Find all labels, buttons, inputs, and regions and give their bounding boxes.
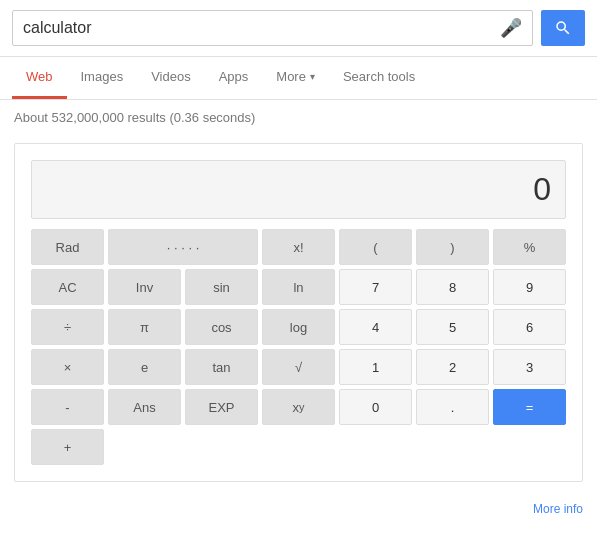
btn-pi[interactable]: π <box>108 309 181 345</box>
btn-equals[interactable]: = <box>493 389 566 425</box>
btn-1[interactable]: 1 <box>339 349 412 385</box>
btn-0[interactable]: 0 <box>339 389 412 425</box>
btn-factorial[interactable]: x! <box>262 229 335 265</box>
tab-videos[interactable]: Videos <box>137 57 205 99</box>
btn-power[interactable]: xy <box>262 389 335 425</box>
mic-icon[interactable]: 🎤 <box>500 17 522 39</box>
btn-inv[interactable]: Inv <box>108 269 181 305</box>
btn-2[interactable]: 2 <box>416 349 489 385</box>
tab-web[interactable]: Web <box>12 57 67 99</box>
btn-divide[interactable]: ÷ <box>31 309 104 345</box>
btn-4[interactable]: 4 <box>339 309 412 345</box>
btn-5[interactable]: 5 <box>416 309 489 345</box>
btn-7[interactable]: 7 <box>339 269 412 305</box>
search-button[interactable] <box>541 10 585 46</box>
btn-exp[interactable]: EXP <box>185 389 258 425</box>
btn-percent[interactable]: % <box>493 229 566 265</box>
calc-display-value: 0 <box>533 171 551 208</box>
btn-ac[interactable]: AC <box>31 269 104 305</box>
results-count: About 532,000,000 results (0.36 seconds) <box>14 110 255 125</box>
nav-tabs: Web Images Videos Apps More ▾ Search too… <box>0 57 597 100</box>
btn-cos[interactable]: cos <box>185 309 258 345</box>
results-info: About 532,000,000 results (0.36 seconds) <box>0 100 597 135</box>
btn-open-paren[interactable]: ( <box>339 229 412 265</box>
btn-history[interactable]: · · · · · <box>108 229 258 265</box>
btn-ln[interactable]: ln <box>262 269 335 305</box>
btn-ans[interactable]: Ans <box>108 389 181 425</box>
more-dropdown-arrow: ▾ <box>310 71 315 82</box>
tab-images[interactable]: Images <box>67 57 138 99</box>
btn-multiply[interactable]: × <box>31 349 104 385</box>
calc-display: 0 <box>31 160 566 219</box>
search-input[interactable] <box>23 19 492 37</box>
btn-3[interactable]: 3 <box>493 349 566 385</box>
btn-rad[interactable]: Rad <box>31 229 104 265</box>
btn-e[interactable]: e <box>108 349 181 385</box>
btn-subtract[interactable]: - <box>31 389 104 425</box>
btn-sqrt[interactable]: √ <box>262 349 335 385</box>
tab-more[interactable]: More ▾ <box>262 57 329 99</box>
tab-search-tools[interactable]: Search tools <box>329 57 429 99</box>
btn-log[interactable]: log <box>262 309 335 345</box>
btn-6[interactable]: 6 <box>493 309 566 345</box>
more-info-row[interactable]: More info <box>0 496 597 522</box>
calc-grid: Rad · · · · · x! ( ) % AC Inv sin ln 7 8… <box>31 229 566 465</box>
btn-decimal[interactable]: . <box>416 389 489 425</box>
search-bar: 🎤 <box>0 0 597 57</box>
btn-sin[interactable]: sin <box>185 269 258 305</box>
btn-close-paren[interactable]: ) <box>416 229 489 265</box>
tab-apps[interactable]: Apps <box>205 57 263 99</box>
search-input-wrapper: 🎤 <box>12 10 533 46</box>
more-info-link[interactable]: More info <box>533 502 583 516</box>
btn-add[interactable]: + <box>31 429 104 465</box>
btn-8[interactable]: 8 <box>416 269 489 305</box>
btn-tan[interactable]: tan <box>185 349 258 385</box>
btn-9[interactable]: 9 <box>493 269 566 305</box>
calculator-card: 0 Rad · · · · · x! ( ) % AC Inv sin ln 7… <box>14 143 583 482</box>
